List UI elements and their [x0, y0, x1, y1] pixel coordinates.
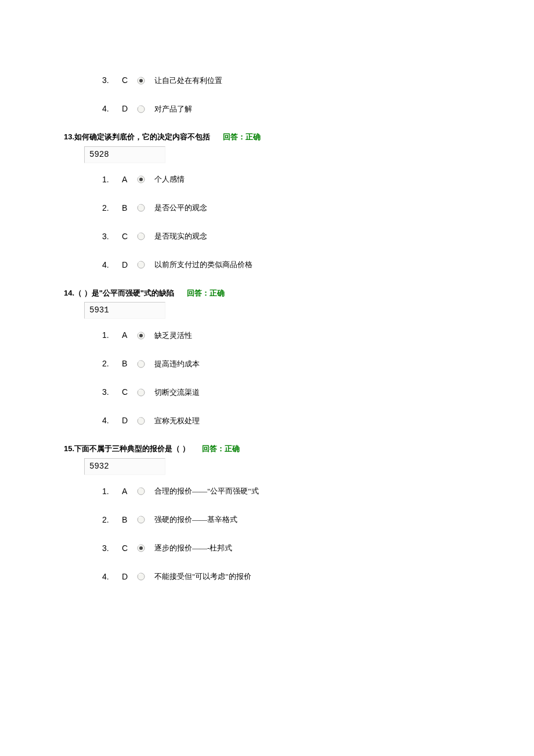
question-code: 5928 [84, 146, 165, 163]
question-title: 14.（ ）是"公平而强硬"式的缺陷 回答：正确 [64, 287, 534, 299]
radio-unselected-icon[interactable] [137, 261, 145, 269]
option-letter: C [122, 74, 131, 87]
option-item: A 合理的报价——"公平而强硬"式 [102, 485, 534, 498]
question-code: 5932 [84, 458, 165, 475]
option-letter: B [122, 358, 131, 370]
option-item: A 缺乏灵活性 [102, 329, 534, 341]
svg-point-1 [139, 79, 143, 82]
option-letter: C [122, 542, 131, 555]
option-item: A 个人感情 [102, 174, 534, 186]
option-text: 是否现实的观念 [154, 231, 207, 242]
option-item: C 切断交流渠道 [102, 386, 534, 398]
option-letter: C [122, 386, 131, 398]
quiz-document: C 让自己处在有利位置 D 对产品了解 13.如何确定谈判底价，它的决定内容不包… [64, 74, 534, 583]
question-text: （ ）是"公平而强硬"式的缺陷 [74, 289, 174, 297]
option-item: C 逐步的报价——-杜邦式 [102, 542, 534, 555]
option-letter: B [122, 514, 131, 526]
option-item: C 让自己处在有利位置 [102, 74, 534, 87]
radio-unselected-icon[interactable] [137, 487, 145, 495]
option-text: 让自己处在有利位置 [154, 75, 222, 87]
options-list: C 让自己处在有利位置 D 对产品了解 [102, 74, 534, 115]
svg-point-9 [139, 334, 143, 337]
question-block: 14.（ ）是"公平而强硬"式的缺陷 回答：正确 5931 A 缺乏灵活性 B … [64, 287, 534, 427]
option-item: D 不能接受但"可以考虑"的报价 [102, 571, 534, 583]
option-text: 不能接受但"可以考虑"的报价 [154, 571, 251, 582]
option-letter: A [122, 485, 131, 498]
question-text: 下面不属于三种典型的报价是（ ） [74, 444, 190, 453]
radio-selected-icon[interactable] [137, 332, 145, 340]
question-title: 15.下面不属于三种典型的报价是（ ） 回答：正确 [64, 443, 534, 455]
option-text: 提高违约成本 [154, 358, 200, 370]
option-letter: A [122, 174, 131, 186]
radio-unselected-icon[interactable] [137, 417, 145, 425]
answer-result: 回答：正确 [202, 444, 240, 453]
radio-selected-icon[interactable] [137, 544, 145, 552]
option-text: 对产品了解 [154, 103, 192, 115]
option-item: D 以前所支付过的类似商品价格 [102, 259, 534, 271]
option-text: 以前所支付过的类似商品价格 [154, 259, 252, 271]
options-list: A 合理的报价——"公平而强硬"式 B 强硬的报价——基辛格式 C 逐步的报价—… [102, 485, 534, 583]
radio-unselected-icon[interactable] [137, 388, 145, 397]
question-number: 13. [64, 132, 74, 141]
option-letter: D [122, 571, 131, 583]
answer-result: 回答：正确 [187, 289, 225, 297]
option-text: 个人感情 [154, 174, 185, 185]
svg-point-4 [139, 178, 143, 181]
radio-unselected-icon[interactable] [137, 204, 145, 212]
question-block: 15.下面不属于三种典型的报价是（ ） 回答：正确 5932 A 合理的报价——… [64, 443, 534, 583]
option-letter: C [122, 231, 131, 243]
option-letter: A [122, 329, 131, 341]
question-number: 15. [64, 444, 74, 453]
question-text: 如何确定谈判底价，它的决定内容不包括 [74, 132, 210, 141]
answer-result: 回答：正确 [223, 132, 261, 141]
option-text: 逐步的报价——-杜邦式 [154, 542, 232, 554]
svg-point-16 [139, 546, 143, 550]
options-list: A 个人感情 B 是否公平的观念 C 是否现实的观念 D [102, 174, 534, 271]
option-item: D 宣称无权处理 [102, 415, 534, 427]
radio-unselected-icon[interactable] [137, 573, 145, 581]
option-text: 强硬的报价——基辛格式 [154, 514, 237, 525]
option-text: 宣称无权处理 [154, 415, 200, 427]
option-letter: D [122, 415, 131, 427]
option-item: B 是否公平的观念 [102, 202, 534, 214]
option-item: D 对产品了解 [102, 103, 534, 115]
option-text: 缺乏灵活性 [154, 330, 192, 341]
radio-selected-icon[interactable] [137, 77, 145, 85]
radio-unselected-icon[interactable] [137, 360, 145, 368]
option-item: C 是否现实的观念 [102, 231, 534, 243]
option-letter: D [122, 259, 131, 271]
question-number: 14. [64, 289, 74, 297]
question-title: 13.如何确定谈判底价，它的决定内容不包括 回答：正确 [64, 131, 534, 143]
option-letter: D [122, 103, 131, 115]
radio-unselected-icon[interactable] [137, 232, 145, 240]
question-block: 13.如何确定谈判底价，它的决定内容不包括 回答：正确 5928 A 个人感情 … [64, 131, 534, 271]
option-letter: B [122, 202, 131, 214]
option-item: B 强硬的报价——基辛格式 [102, 514, 534, 526]
question-block: C 让自己处在有利位置 D 对产品了解 [64, 74, 534, 115]
radio-unselected-icon[interactable] [137, 516, 145, 524]
radio-selected-icon[interactable] [137, 175, 145, 183]
option-text: 是否公平的观念 [154, 202, 207, 214]
option-item: B 提高违约成本 [102, 358, 534, 370]
options-list: A 缺乏灵活性 B 提高违约成本 C 切断交流渠道 D [102, 329, 534, 427]
question-code: 5931 [84, 302, 165, 319]
radio-unselected-icon[interactable] [137, 105, 145, 113]
option-text: 切断交流渠道 [154, 387, 200, 398]
option-text: 合理的报价——"公平而强硬"式 [154, 485, 259, 497]
